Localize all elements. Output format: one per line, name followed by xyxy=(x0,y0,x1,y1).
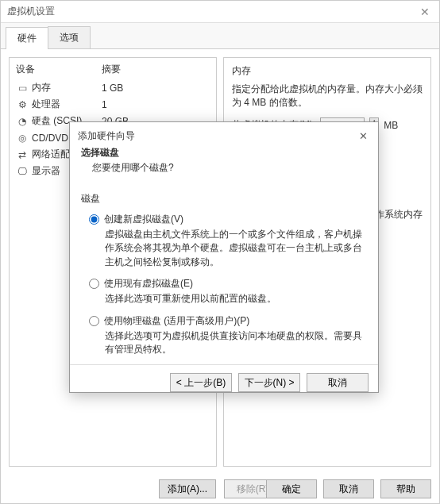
radio-input-create[interactable] xyxy=(89,214,99,225)
add-button[interactable]: 添加(A)... xyxy=(159,479,216,498)
vm-settings-window: 虚拟机设置 ✕ 硬件 选项 设备 摘要 ▭ 内存 1 GB ⚙ 处理器 1 xyxy=(0,0,440,504)
cpu-icon: ⚙ xyxy=(16,99,29,110)
disk-group-label: 磁盘 xyxy=(70,183,378,210)
header-summary: 摘要 xyxy=(102,63,121,76)
window-title: 虚拟机设置 xyxy=(7,5,417,18)
memory-title: 内存 xyxy=(232,64,423,78)
radio-desc-physical: 选择此选项可为虚拟机提供直接访问本地硬盘的权限。需要具有管理员特权。 xyxy=(105,329,367,357)
tab-options[interactable]: 选项 xyxy=(48,26,91,48)
device-name: 内存 xyxy=(32,81,102,94)
device-row-cpu[interactable]: ⚙ 处理器 1 xyxy=(10,96,216,113)
wizard-heading: 选择磁盘 xyxy=(70,146,378,160)
disk-icon: ◔ xyxy=(16,116,29,127)
wizard-cancel-button[interactable]: 取消 xyxy=(307,373,369,392)
memory-desc: 指定分配给此虚拟机的内存量。内存大小必须为 4 MB 的倍数。 xyxy=(232,83,423,110)
close-icon[interactable]: ✕ xyxy=(417,4,433,20)
add-hardware-wizard-dialog: 添加硬件向导 ✕ 选择磁盘 您要使用哪个磁盘? 磁盘 创建新虚拟磁盘(V) 虚拟… xyxy=(69,121,379,393)
device-name: 处理器 xyxy=(32,98,102,111)
radio-label: 使用现有虚拟磁盘(E) xyxy=(104,277,193,290)
wizard-title: 添加硬件向导 xyxy=(78,129,356,143)
header-device: 设备 xyxy=(16,63,102,76)
wizard-footer: < 上一步(B) 下一步(N) > 取消 xyxy=(70,365,378,400)
device-summary: 1 xyxy=(102,99,210,110)
radio-desc-create: 虚拟磁盘由主机文件系统上的一个或多个文件组成，客户机操作系统会将其视为单个硬盘。… xyxy=(105,228,367,269)
back-button[interactable]: < 上一步(B) xyxy=(170,373,232,392)
radio-input-existing[interactable] xyxy=(89,279,99,289)
tab-hardware[interactable]: 硬件 xyxy=(6,27,48,49)
device-summary: 1 GB xyxy=(102,83,210,94)
ok-button[interactable]: 确定 xyxy=(266,479,317,498)
dialog-footer: 确定 取消 帮助 xyxy=(266,479,431,498)
cancel-button[interactable]: 取消 xyxy=(323,479,374,498)
wizard-subheading: 您要使用哪个磁盘? xyxy=(70,160,378,183)
next-button[interactable]: 下一步(N) > xyxy=(238,373,300,392)
cd-icon: ◎ xyxy=(16,133,29,144)
radio-desc-existing: 选择此选项可重新使用以前配置的磁盘。 xyxy=(105,292,367,306)
radio-input-physical[interactable] xyxy=(89,316,99,326)
net-icon: ⇄ xyxy=(16,149,29,160)
help-button[interactable]: 帮助 xyxy=(380,479,431,498)
device-list-header: 设备 摘要 xyxy=(10,58,216,79)
close-icon[interactable]: ✕ xyxy=(356,129,370,143)
memory-icon: ▭ xyxy=(16,83,29,94)
radio-create-new-disk[interactable]: 创建新虚拟磁盘(V) xyxy=(89,213,367,226)
titlebar: 虚拟机设置 ✕ xyxy=(1,1,439,23)
device-row-memory[interactable]: ▭ 内存 1 GB xyxy=(10,79,216,96)
tab-bar: 硬件 选项 xyxy=(1,23,439,49)
radio-label: 创建新虚拟磁盘(V) xyxy=(104,213,183,226)
display-icon: 🖵 xyxy=(16,166,29,177)
radio-use-physical-disk[interactable]: 使用物理磁盘 (适用于高级用户)(P) xyxy=(89,314,367,328)
radio-use-existing-disk[interactable]: 使用现有虚拟磁盘(E) xyxy=(89,277,367,290)
radio-label: 使用物理磁盘 (适用于高级用户)(P) xyxy=(104,314,249,328)
memory-unit: MB xyxy=(384,120,398,131)
